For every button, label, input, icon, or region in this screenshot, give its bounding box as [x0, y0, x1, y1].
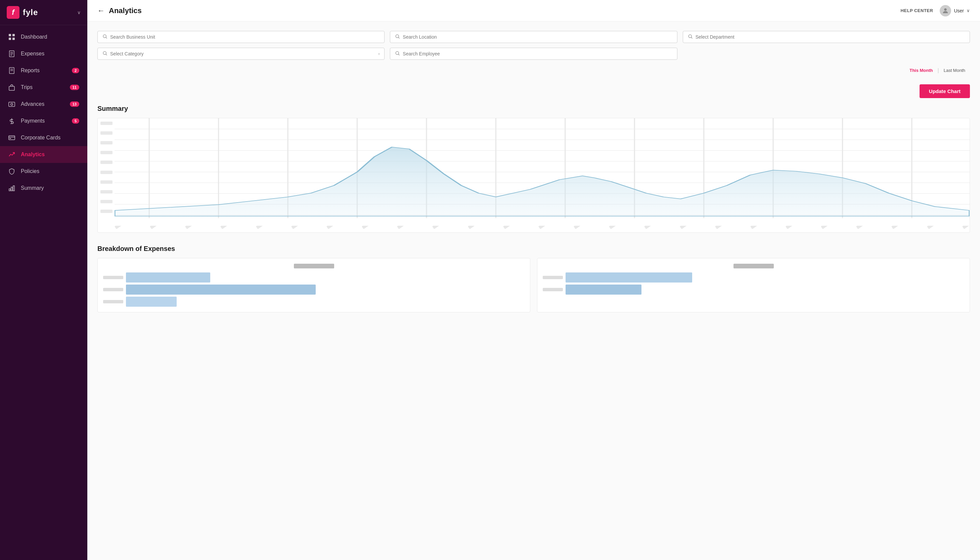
breakdown-rows	[543, 272, 964, 295]
this-month-button[interactable]: This Month	[905, 66, 937, 75]
y-label	[100, 190, 113, 193]
x-label	[927, 226, 935, 229]
breakdown-row	[543, 285, 964, 295]
sidebar-item-label: Policies	[21, 168, 79, 174]
logo-text: fyle	[23, 8, 38, 17]
last-month-button[interactable]: Last Month	[939, 66, 970, 75]
reports-badge: 2	[72, 68, 79, 73]
sidebar-collapse-icon[interactable]: ∨	[77, 10, 81, 15]
filter-row-2: +	[97, 48, 970, 60]
shield-icon	[8, 168, 15, 175]
breakdown-label	[103, 300, 123, 303]
sidebar-item-reports[interactable]: Reports 2	[0, 62, 87, 79]
svg-rect-12	[9, 102, 15, 107]
business-unit-filter[interactable]	[97, 31, 384, 43]
y-label	[100, 200, 113, 203]
x-label	[750, 226, 758, 229]
update-chart-button[interactable]: Update Chart	[920, 84, 970, 98]
receipt-icon	[8, 50, 15, 57]
sidebar-item-analytics[interactable]: Analytics	[0, 146, 87, 163]
breakdown-bar-placeholder	[734, 264, 774, 268]
chart-inner	[98, 118, 970, 226]
location-input[interactable]	[403, 34, 672, 40]
svg-rect-18	[9, 189, 10, 191]
breakdown-rows	[103, 272, 524, 307]
dollar-icon	[8, 117, 15, 125]
user-avatar-icon	[940, 5, 951, 17]
sidebar-item-label: Trips	[21, 84, 65, 90]
x-label	[468, 226, 476, 229]
department-input[interactable]	[695, 34, 965, 40]
x-label	[326, 226, 334, 229]
trending-icon	[8, 151, 15, 158]
y-label	[100, 160, 113, 164]
x-label	[150, 226, 158, 229]
search-icon	[395, 51, 400, 57]
breakdown-bar	[566, 285, 641, 295]
category-input[interactable]	[110, 51, 379, 57]
x-label	[821, 226, 829, 229]
sidebar-item-advances[interactable]: Advances 13	[0, 96, 87, 113]
user-menu[interactable]: User ∨	[940, 5, 970, 17]
x-label	[185, 226, 193, 229]
summary-chart	[97, 118, 970, 233]
sidebar-item-label: Advances	[21, 101, 65, 107]
sidebar-item-policies[interactable]: Policies	[0, 163, 87, 180]
sidebar-item-dashboard[interactable]: Dashboard	[0, 28, 87, 45]
x-label	[715, 226, 723, 229]
topbar-right: HELP CENTER User ∨	[900, 5, 970, 17]
location-filter[interactable]	[390, 31, 677, 43]
sidebar-item-summary[interactable]: Summary	[0, 180, 87, 197]
topbar: ← Analytics HELP CENTER User ∨	[87, 0, 980, 22]
back-button[interactable]: ←	[97, 7, 105, 15]
breakdown-bar	[566, 272, 692, 283]
category-filter[interactable]: +	[97, 48, 384, 60]
filter-spacer	[683, 48, 970, 60]
chart-plot	[115, 118, 970, 226]
svg-rect-17	[9, 138, 11, 139]
employee-filter[interactable]	[390, 48, 677, 60]
svg-rect-2	[9, 38, 11, 40]
sidebar-item-expenses[interactable]: Expenses	[0, 45, 87, 62]
svg-line-23	[106, 37, 107, 38]
briefcase-icon	[8, 83, 15, 91]
x-label	[785, 226, 794, 229]
svg-rect-19	[11, 187, 12, 191]
svg-point-24	[396, 35, 399, 38]
x-label	[680, 226, 688, 229]
svg-rect-3	[12, 38, 15, 40]
grid-icon	[8, 33, 15, 41]
x-label	[962, 226, 970, 229]
sidebar-item-label: Dashboard	[21, 34, 79, 40]
svg-point-30	[396, 52, 399, 54]
y-label	[100, 210, 113, 213]
breakdown-row	[103, 272, 524, 283]
sidebar-item-payments[interactable]: Payments 5	[0, 113, 87, 129]
payments-badge: 5	[72, 118, 79, 123]
sidebar-item-trips[interactable]: Trips 11	[0, 79, 87, 96]
breakdown-section: Breakdown of Expenses	[97, 245, 970, 312]
x-label	[220, 226, 228, 229]
breakdown-row	[103, 297, 524, 307]
breakdown-row	[103, 285, 524, 295]
y-label	[100, 122, 113, 125]
filter-row-1	[97, 31, 970, 43]
breakdown-card-1	[97, 258, 530, 312]
svg-point-13	[11, 103, 13, 105]
sidebar-nav: Dashboard Expenses Reports 2	[0, 25, 87, 560]
x-label	[891, 226, 899, 229]
sidebar-header: f fyle ∨	[0, 0, 87, 25]
help-center-link[interactable]: HELP CENTER	[900, 8, 933, 13]
breakdown-label	[103, 276, 123, 279]
employee-input[interactable]	[403, 51, 672, 57]
search-icon	[395, 34, 400, 40]
breakdown-card-1-header	[103, 264, 524, 268]
y-label	[100, 151, 113, 154]
svg-line-25	[398, 37, 399, 38]
business-unit-input[interactable]	[110, 34, 379, 40]
breakdown-bar-placeholder	[294, 264, 334, 268]
trips-badge: 11	[70, 85, 79, 90]
sidebar-item-corporate-cards[interactable]: Corporate Cards	[0, 129, 87, 146]
department-filter[interactable]	[683, 31, 970, 43]
svg-point-28	[103, 52, 106, 54]
